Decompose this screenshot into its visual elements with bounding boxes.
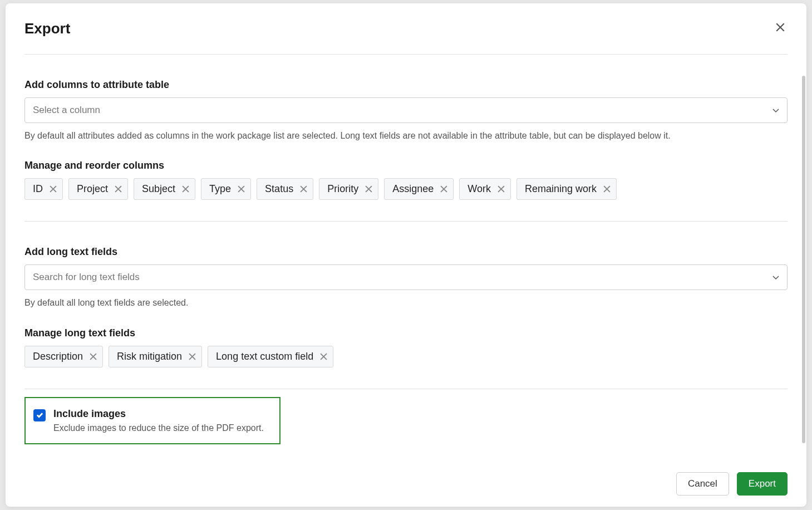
close-button[interactable] (773, 20, 788, 36)
section-title-add-long-text: Add long text fields (24, 246, 788, 258)
close-icon (775, 22, 785, 32)
include-images-text: Include images Exclude images to reduce … (53, 408, 264, 433)
chip-remove-icon[interactable] (189, 353, 196, 360)
include-images-hint: Exclude images to reduce the size of the… (53, 423, 264, 433)
divider (24, 389, 788, 389)
modal-header: Export (24, 20, 788, 37)
chip-remove-icon[interactable] (115, 185, 122, 193)
add-columns-hint: By default all attributes added as colum… (24, 130, 788, 142)
modal-footer: Cancel Export (24, 461, 788, 496)
chip-label: Long text custom field (216, 351, 313, 362)
chip-remove-icon[interactable] (238, 185, 245, 193)
chip-remove-icon[interactable] (603, 185, 611, 193)
add-columns-section: Add columns to attribute table Select a … (24, 55, 788, 142)
column-chip[interactable]: Project (68, 178, 128, 200)
column-chip[interactable]: Description (24, 346, 103, 367)
manage-long-text-chips: DescriptionRisk mitigationLong text cust… (24, 346, 788, 367)
chip-label: Priority (327, 183, 358, 195)
chip-label: Assignee (392, 183, 434, 195)
check-icon (36, 411, 44, 419)
chevron-down-icon (772, 272, 779, 283)
chip-remove-icon[interactable] (50, 185, 57, 193)
chip-label: Status (265, 183, 293, 195)
chip-remove-icon[interactable] (90, 353, 97, 360)
column-select-input[interactable]: Select a column (24, 97, 788, 123)
section-title-manage-long-text: Manage long text fields (24, 327, 788, 339)
column-chip[interactable]: Remaining work (516, 178, 617, 200)
section-title-add-columns: Add columns to attribute table (24, 79, 788, 91)
include-images-checkbox[interactable] (33, 409, 46, 421)
chip-remove-icon[interactable] (365, 185, 372, 193)
chip-remove-icon[interactable] (182, 185, 189, 193)
chip-label: ID (33, 183, 43, 195)
scrollbar[interactable] (802, 76, 805, 443)
column-chip[interactable]: Subject (134, 178, 195, 200)
column-chip[interactable]: Assignee (384, 178, 454, 200)
chip-label: Type (209, 183, 231, 195)
chip-remove-icon[interactable] (320, 353, 327, 360)
chip-label: Remaining work (525, 183, 597, 195)
column-chip[interactable]: Status (257, 178, 313, 200)
manage-long-text-section: Manage long text fields DescriptionRisk … (24, 310, 788, 367)
column-chip[interactable]: Work (459, 178, 511, 200)
add-long-text-hint: By default all long text fields are sele… (24, 297, 788, 309)
column-chip[interactable]: Long text custom field (208, 346, 333, 367)
chip-label: Work (467, 183, 491, 195)
column-chip[interactable]: ID (24, 178, 63, 200)
include-images-box: Include images Exclude images to reduce … (24, 397, 280, 444)
manage-columns-chips: IDProjectSubjectTypeStatusPriorityAssign… (24, 178, 788, 200)
chip-remove-icon[interactable] (300, 185, 307, 193)
chevron-down-icon (772, 105, 779, 116)
chip-label: Description (33, 351, 83, 362)
chip-label: Subject (142, 183, 175, 195)
chip-label: Project (77, 183, 108, 195)
long-text-select-placeholder: Search for long text fields (33, 272, 140, 283)
export-button[interactable]: Export (737, 472, 788, 496)
column-select-placeholder: Select a column (33, 105, 100, 116)
column-chip[interactable]: Priority (319, 178, 378, 200)
add-long-text-section: Add long text fields Search for long tex… (24, 222, 788, 309)
modal-title: Export (24, 20, 70, 37)
manage-columns-section: Manage and reorder columns IDProjectSubj… (24, 142, 788, 200)
chip-remove-icon[interactable] (498, 185, 505, 193)
chip-label: Risk mitigation (117, 351, 182, 362)
export-modal: Export Add columns to attribute table Se… (6, 3, 806, 507)
column-chip[interactable]: Type (201, 178, 251, 200)
chip-remove-icon[interactable] (440, 185, 447, 193)
column-chip[interactable]: Risk mitigation (109, 346, 202, 367)
cancel-button[interactable]: Cancel (676, 472, 729, 496)
section-title-manage-columns: Manage and reorder columns (24, 160, 788, 171)
long-text-select-input[interactable]: Search for long text fields (24, 264, 788, 290)
include-images-label: Include images (53, 408, 264, 420)
